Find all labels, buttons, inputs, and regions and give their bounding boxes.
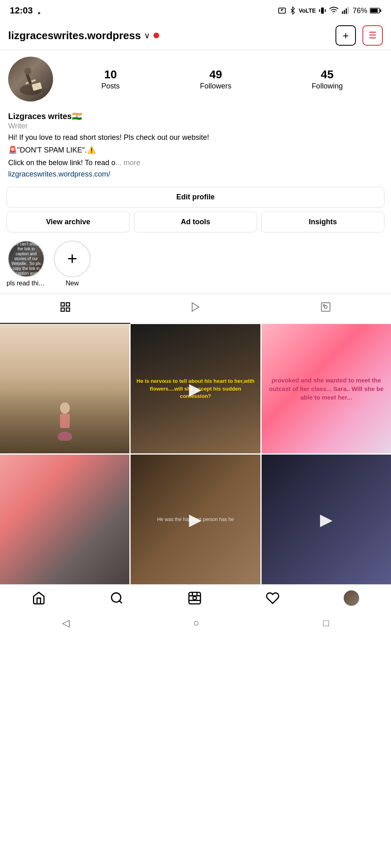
highlight-item-1[interactable]: we are just a small page with few follow… [7,241,46,287]
bio-text-2: 🚨"DON'T SPAM LIKE".⚠️ [8,145,383,156]
edit-profile-button[interactable]: Edit profile [7,187,384,208]
insights-button[interactable]: Insights [261,212,384,232]
bottom-nav [0,584,391,610]
nav-icons: + ☰ [335,25,383,46]
notification-dot [153,33,159,38]
svg-point-14 [24,68,31,75]
svg-rect-32 [189,592,200,604]
svg-line-31 [120,601,122,603]
battery-icon [370,7,381,14]
stat-followers[interactable]: 49 Followers [200,68,231,91]
system-nav: ◁ ○ □ [0,610,391,638]
svg-point-27 [60,402,70,414]
chevron-down-icon: ∨ [144,31,150,40]
bio-name: Lizgraces writes🇮🇳 [8,111,383,121]
svg-rect-10 [371,9,378,13]
status-bar: 12:03 • VoLTE 76% [0,0,391,21]
grid-item-5[interactable]: He was the happiest person has he ▶ [131,455,260,584]
back-button[interactable]: ◁ [62,617,69,629]
svg-rect-1 [321,8,324,14]
bio-role: Writer [8,122,383,130]
followers-count: 49 [209,68,222,81]
highlight-new-circle[interactable]: + [54,241,91,277]
username-area[interactable]: lizgraceswrites.wordpress ∨ [8,29,159,42]
profile-avatar-small [344,590,359,606]
highlight-label-1: pls read this! ... [7,280,46,287]
grid-item-4[interactable] [0,455,129,584]
tab-tagged[interactable] [261,294,391,324]
nav-profile[interactable] [344,590,359,606]
svg-rect-9 [380,9,381,12]
svg-point-30 [111,593,121,602]
signal-icon [341,6,350,15]
profile-top: 10 Posts 49 Followers 45 Following [8,57,383,102]
svg-marker-22 [192,303,199,311]
svg-point-29 [58,432,72,441]
tab-reels[interactable] [130,294,260,324]
tabs-row [0,294,391,324]
nav-search[interactable] [110,591,124,605]
vibrate-icon [318,6,327,15]
svg-rect-21 [66,308,69,311]
grid-icon [60,301,71,316]
svg-point-33 [193,596,197,600]
nav-reels[interactable] [188,591,202,605]
grid-item-6[interactable]: ▶ [262,455,391,584]
wifi-icon [329,6,339,15]
add-post-button[interactable]: + [335,25,356,46]
posts-grid: He is nervous to tell about his heart to… [0,324,391,584]
following-count: 45 [321,68,333,81]
bio-more[interactable]: ... more [116,159,140,167]
grid-item-3[interactable]: provoked and she wanted to meet the outc… [262,324,391,453]
highlight-circle-1: we are just a small page with few follow… [8,241,44,277]
volte-icon: VoLTE [299,7,316,14]
svg-rect-4 [342,11,343,14]
svg-rect-18 [61,303,64,306]
ad-tools-button[interactable]: Ad tools [134,212,257,232]
bluetooth-icon [289,6,296,15]
followers-label: Followers [200,82,231,91]
menu-button[interactable]: ☰ [362,25,383,46]
tagged-icon [320,301,331,316]
plus-icon: + [67,249,78,269]
nav-home[interactable] [32,591,46,605]
svg-rect-2 [319,9,320,12]
posts-count: 10 [104,68,117,81]
tab-grid[interactable] [0,294,130,324]
svg-rect-19 [66,303,69,306]
view-archive-button[interactable]: View archive [7,212,130,232]
profile-link[interactable]: lizgraceswrites.wordpress.com/ [8,170,383,179]
btn-row: View archive Ad tools Insights [7,212,384,232]
following-label: Following [312,82,343,91]
bio-text-1: Hi! If you love to read short stories! P… [8,132,383,143]
play-icon-6: ▶ [320,510,333,529]
highlight-new-label: New [66,280,79,287]
nfc-icon [278,6,287,15]
reels-icon [190,301,201,316]
svg-point-25 [324,306,327,309]
svg-rect-3 [325,9,326,12]
top-nav: lizgraceswrites.wordpress ∨ + ☰ [0,21,391,50]
status-dot: • [38,9,42,13]
action-buttons: Edit profile View archive Ad tools Insig… [0,183,391,237]
status-icons: VoLTE 76% [278,6,381,15]
grid-item-2[interactable]: He is nervous to tell about his heart to… [131,324,260,453]
stat-posts[interactable]: 10 Posts [101,68,120,91]
bio-section: Lizgraces writes🇮🇳 Writer Hi! If you lov… [0,111,391,183]
grid-item-1[interactable] [0,324,129,453]
svg-rect-6 [346,9,347,14]
svg-rect-20 [61,308,64,311]
svg-rect-23 [322,303,330,311]
stat-following[interactable]: 45 Following [312,68,343,91]
bio-text-3: Click on the below link! To read o... mo… [8,157,383,168]
posts-label: Posts [101,82,120,91]
profile-section: 10 Posts 49 Followers 45 Following [0,50,391,111]
nav-activity[interactable] [266,591,280,605]
highlights-section: we are just a small page with few follow… [0,237,391,294]
highlight-item-new[interactable]: + New [54,241,91,287]
recent-button[interactable]: □ [323,617,329,629]
battery-text: 76% [353,7,367,15]
avatar [8,57,53,102]
home-button[interactable]: ○ [193,617,199,629]
svg-rect-5 [344,10,345,14]
